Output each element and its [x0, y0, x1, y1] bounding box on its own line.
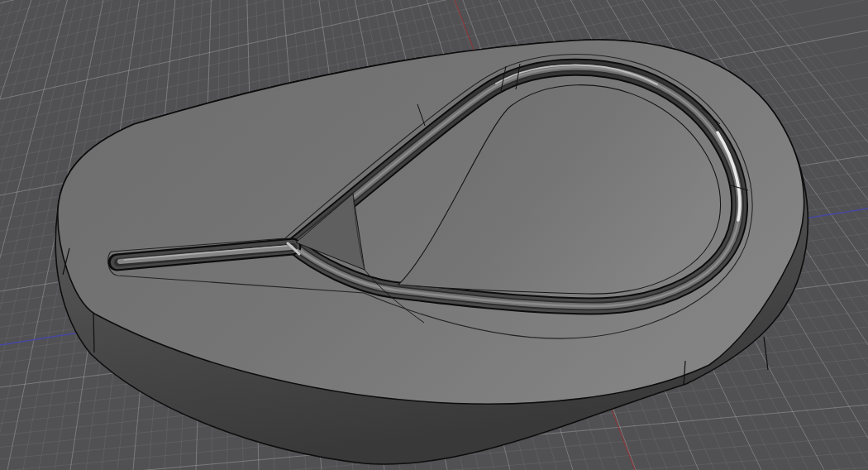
3d-viewport[interactable]: [0, 0, 868, 470]
viewport-canvas[interactable]: [0, 0, 868, 470]
